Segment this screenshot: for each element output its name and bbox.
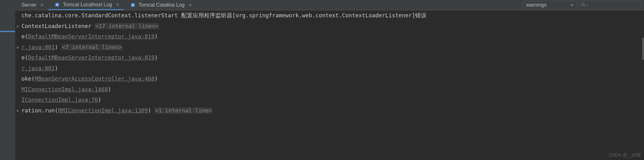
scrollbar-thumb[interactable] [642,38,644,60]
source-link[interactable]: MBeanServerAccessController.java:468 [35,76,154,82]
svg-line-3 [584,5,585,6]
run-icon [55,2,60,7]
log-line: ⊞r.java:801) <7 internal lines> [15,42,644,53]
close-icon[interactable]: ✕ [39,3,45,8]
source-link[interactable]: DefaultMBeanServerInterceptor.java:819 [28,33,154,40]
source-link[interactable]: IConnectionImpl.java:76 [21,97,98,103]
chevron-down-icon: ▾ [586,3,588,7]
tab-tomcat-localhost-log[interactable]: Tomcat Localhost Log ✕ [48,0,124,10]
chevron-down-icon [570,2,574,8]
log-line: r.java:801) [15,63,644,74]
watermark: CSDN @__仰望 [609,152,641,158]
log-line: e(DefaultMBeanServerInterceptor.java:819… [15,53,644,63]
log-line: che.catalina.core.StandardContext.listen… [15,10,644,21]
source-link[interactable]: r.java:801 [21,65,55,71]
log-output[interactable]: che.catalina.core.StandardContext.listen… [15,10,644,160]
gutter-marker [0,31,15,32]
folded-region[interactable]: <7 internal lines> [61,44,122,50]
tab-bar: Server ✕ Tomcat Localhost Log ✕ Tomcat C… [15,0,644,10]
log-line: ⊞ration.run(RMIConnectionImpl.java:1309)… [15,106,644,116]
tab-server[interactable]: Server ✕ [15,0,48,10]
source-link[interactable]: RMIConnectionImpl.java:1309 [58,107,148,114]
log-line: IConnectionImpl.java:76) [15,95,644,106]
run-icon [130,3,135,8]
tab-label: Tomcat Localhost Log [63,2,112,8]
left-gutter [0,0,15,160]
log-level-select[interactable]: warnings [523,1,576,9]
log-line: oke(MBeanServerAccessController.java:468… [15,74,644,84]
svg-point-2 [582,3,584,6]
search-icon [581,2,586,8]
select-value: warnings [526,2,546,8]
tab-tomcat-catalina-log[interactable]: Tomcat Catalina Log ✕ [124,0,197,10]
filter-controls: warnings ▾ [523,0,644,10]
source-link[interactable]: r.java:801 [21,44,55,50]
close-icon[interactable]: ✕ [115,2,120,7]
expand-icon[interactable]: ⊞ [15,106,20,116]
log-line: MIConnectionImpl.java:1468) [15,84,644,95]
tab-label: Tomcat Catalina Log [139,2,185,8]
log-line: ⊞ContextLoaderListener <17 internal line… [15,21,644,32]
log-line: e(DefaultMBeanServerInterceptor.java:819… [15,31,644,42]
folded-region[interactable]: <1 internal line> [154,107,212,114]
expand-icon[interactable]: ⊞ [15,21,20,32]
expand-icon[interactable]: ⊞ [15,42,20,53]
search-input[interactable]: ▾ [578,1,641,9]
close-icon[interactable]: ✕ [188,3,193,8]
source-link[interactable]: DefaultMBeanServerInterceptor.java:819 [28,54,154,61]
tab-label: Server [21,2,36,8]
source-link[interactable]: MIConnectionImpl.java:1468 [21,86,108,93]
folded-region[interactable]: <17 internal lines> [95,23,159,29]
